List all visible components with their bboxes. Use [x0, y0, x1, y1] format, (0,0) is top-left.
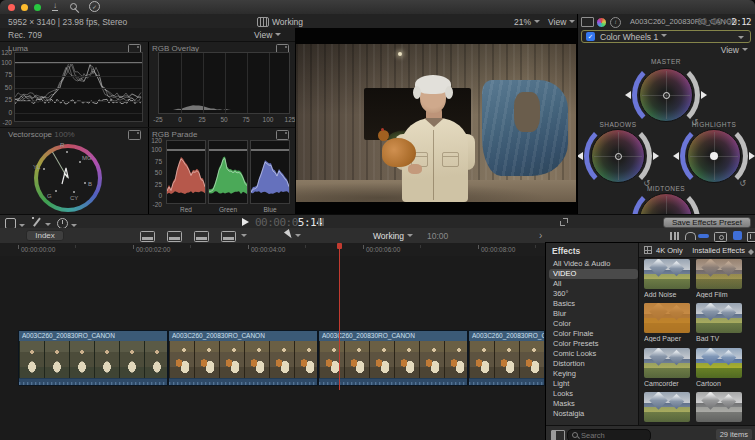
index-button[interactable]: Index: [26, 230, 64, 241]
sidebar-item-distortion[interactable]: Distortion: [549, 359, 638, 369]
project-name-dropdown[interactable]: Working: [373, 231, 413, 241]
saturation-arrow-icon[interactable]: [673, 152, 679, 160]
wheel-puck[interactable]: [663, 92, 670, 99]
skimming-toggle[interactable]: [698, 234, 709, 238]
color-inspector-panel: ✓ Color Wheels 1 View MASTER↺SHADOWS↺HIG…: [577, 28, 755, 214]
scopes-view-dropdown[interactable]: View: [254, 30, 281, 40]
close-window-button[interactable]: [8, 4, 15, 11]
effect-item-thumbnail[interactable]: [644, 259, 690, 289]
sidebar-item-360-[interactable]: 360°: [549, 289, 638, 299]
sidebar-item-masks[interactable]: Masks: [549, 399, 638, 409]
sidebar-item-nostalgia[interactable]: Nostalgia: [549, 409, 638, 419]
sidebar-item-video[interactable]: VIDEO: [549, 269, 638, 279]
search-field[interactable]: [567, 429, 651, 440]
effect-item-thumbnail[interactable]: [696, 303, 742, 333]
grid-view-icon[interactable]: [644, 246, 652, 254]
camera-button[interactable]: [714, 232, 727, 242]
timeline-clip[interactable]: A003C260_200830RO_CANON: [468, 330, 545, 386]
effect-item-thumbnail[interactable]: [644, 348, 690, 378]
sidebar-item-blur[interactable]: Blur: [549, 309, 638, 319]
overwrite-edit-button[interactable]: [221, 231, 236, 242]
clip-audio-waveform: [169, 378, 317, 386]
search-input[interactable]: [581, 431, 650, 440]
zoom-window-button[interactable]: [34, 4, 41, 11]
browser-expand-button[interactable]: [747, 232, 755, 242]
sidebar-item-keying[interactable]: Keying: [549, 369, 638, 379]
playhead-handle[interactable]: [337, 243, 342, 249]
scope-display-icon[interactable]: [128, 130, 141, 140]
parade-channel-label: Blue: [250, 206, 290, 213]
timeline-clip[interactable]: A003C260_200830RO_CANON: [318, 330, 468, 386]
mountain-peak: [721, 305, 737, 321]
sidebar-item-basics[interactable]: Basics: [549, 299, 638, 309]
effects-grid-header: 4K Only Installed Effects: [639, 243, 755, 258]
viewer-zoom-dropdown[interactable]: 21%: [514, 17, 540, 27]
info-inspector-tab[interactable]: i: [610, 17, 621, 28]
video-inspector-tab[interactable]: [581, 17, 594, 27]
mountain-peak: [649, 348, 667, 366]
sidebar-toggle-button[interactable]: [551, 430, 565, 440]
sidebar-item-comic-looks[interactable]: Comic Looks: [549, 349, 638, 359]
background-tasks-button[interactable]: ✓: [85, 1, 104, 12]
tool-menu[interactable]: [286, 230, 301, 241]
divider: [148, 42, 149, 214]
timeline-clip[interactable]: A003C260_200830RO_CANON: [168, 330, 318, 386]
append-edit-button[interactable]: [194, 231, 209, 242]
effects-browser-button[interactable]: [733, 231, 742, 240]
luma-gridline: [15, 63, 142, 64]
audio-meters-button[interactable]: [670, 232, 679, 240]
info-row: 5952 × 3140 | 23.98 fps, Stereo Working …: [0, 14, 755, 29]
4k-only-filter[interactable]: 4K Only: [656, 246, 683, 255]
timeline-history-forward[interactable]: ›: [539, 230, 542, 241]
effect-enable-checkbox[interactable]: ✓: [586, 32, 595, 41]
parade-channel-plot: [208, 140, 248, 204]
clip-filmstrip: [19, 341, 167, 378]
insert-edit-button[interactable]: [167, 231, 182, 242]
fullscreen-icon[interactable]: [560, 218, 568, 226]
save-effects-preset-button[interactable]: Save Effects Preset: [663, 217, 751, 228]
inspector-view-dropdown[interactable]: View: [721, 45, 748, 55]
scope-display-icon[interactable]: [276, 130, 289, 140]
chevron-down-icon: [407, 234, 413, 240]
sidebar-item-looks[interactable]: Looks: [549, 389, 638, 399]
headphones-button[interactable]: [685, 232, 696, 240]
keyword-editor-button[interactable]: [66, 1, 81, 12]
sidebar-item-color[interactable]: Color: [549, 319, 638, 329]
reset-icon[interactable]: ↺: [739, 179, 746, 188]
effect-item-thumbnail[interactable]: [696, 348, 742, 378]
wheel-puck[interactable]: [710, 152, 718, 160]
sidebar-item-all-video-audio[interactable]: All Video & Audio: [549, 259, 638, 269]
effect-item-thumbnail[interactable]: [696, 259, 742, 289]
connect-edit-button[interactable]: [140, 231, 155, 242]
playhead[interactable]: [339, 243, 340, 390]
color-wheel-shadows[interactable]: ↺: [591, 129, 645, 183]
sidebar-item-color-finale[interactable]: Color Finale: [549, 329, 638, 339]
color-wheel-midtones[interactable]: ↺: [639, 193, 693, 214]
color-wheel-master[interactable]: ↺: [639, 68, 693, 122]
timeline-ruler[interactable]: 00:00:00:0000:00:02:0000:00:04:0000:00:0…: [0, 243, 545, 257]
effect-item-thumbnail[interactable]: [696, 392, 742, 422]
play-button[interactable]: [242, 218, 249, 226]
viewer-view-dropdown[interactable]: View: [548, 17, 575, 27]
color-wheel-highlights[interactable]: ↺: [687, 129, 741, 183]
minimize-window-button[interactable]: [21, 4, 28, 11]
mountain-peak: [721, 261, 737, 277]
sidebar-item-light[interactable]: Light: [549, 379, 638, 389]
brightness-arrow-icon[interactable]: [749, 152, 755, 160]
mountain-peak: [721, 394, 737, 410]
effect-item-thumbnail[interactable]: [644, 392, 690, 422]
sidebar-item-all[interactable]: All: [549, 279, 638, 289]
color-inspector-tab[interactable]: [596, 17, 607, 28]
effect-pulldown[interactable]: ✓ Color Wheels 1: [581, 30, 751, 43]
vectorscope-target-label: B: [88, 181, 92, 187]
saturation-arrow-icon[interactable]: [625, 91, 631, 99]
saturation-arrow-icon[interactable]: [577, 152, 583, 160]
effect-item-thumbnail[interactable]: [644, 303, 690, 333]
sidebar-item-color-presets[interactable]: Color Presets: [549, 339, 638, 349]
brightness-arrow-icon[interactable]: [701, 91, 707, 99]
import-media-button[interactable]: ↓: [48, 1, 62, 12]
brightness-arrow-icon[interactable]: [653, 152, 659, 160]
wheel-puck[interactable]: [615, 153, 622, 160]
timeline-clip[interactable]: A003C260_200830RO_CANON: [18, 330, 168, 386]
installed-effects-dropdown[interactable]: Installed Effects: [692, 246, 745, 255]
